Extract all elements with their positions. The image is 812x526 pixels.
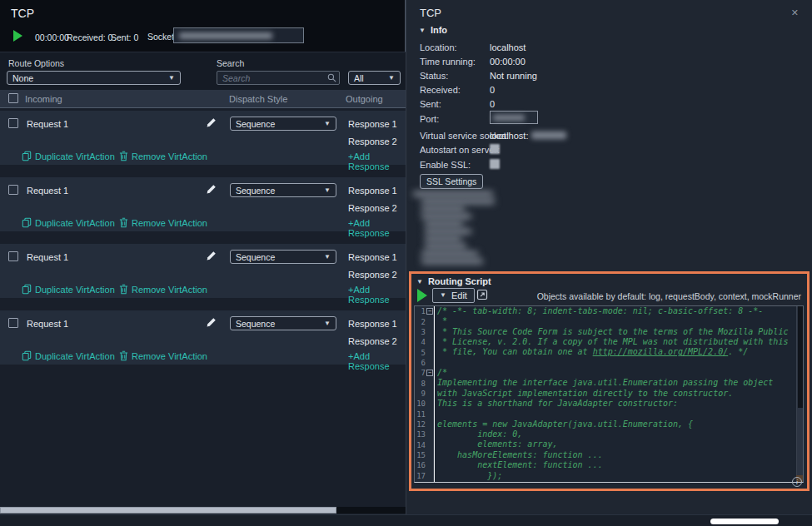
ssl-settings-button[interactable]: SSL Settings: [420, 174, 483, 189]
duplicate-label: Duplicate VirtAction: [35, 351, 115, 361]
response-link[interactable]: Response 2: [348, 136, 397, 146]
copy-icon: [22, 284, 32, 295]
edit-script-button[interactable]: ▼ Edit: [432, 288, 475, 303]
chevron-down-icon: ▼: [324, 254, 331, 261]
add-response-link[interactable]: +Add Response: [348, 218, 406, 238]
virtual-service-panel: TCP 00:00:00 Received: 0 Sent: 0 Socket:…: [0, 0, 406, 514]
column-incoming: Incoming: [25, 94, 62, 104]
service-title: TCP: [11, 7, 34, 20]
response-link[interactable]: Response 1: [348, 319, 397, 329]
edit-pencil-icon[interactable]: [206, 316, 217, 329]
editor-scrollbar[interactable]: [796, 306, 803, 482]
search-input[interactable]: [217, 71, 340, 85]
received-counter: Received: 0: [67, 32, 112, 42]
open-in-window-icon[interactable]: [476, 289, 488, 300]
collapse-triangle-icon: ▼: [416, 278, 423, 285]
trash-icon: [119, 217, 128, 228]
dispatch-style-select[interactable]: Sequence ▼: [230, 316, 336, 330]
remove-virtaction-link[interactable]: Remove VirtAction: [119, 284, 207, 295]
edit-pencil-icon[interactable]: [206, 250, 217, 262]
virtaction-row: Request 1 Sequence ▼ Response 1 Response…: [0, 111, 406, 165]
request-name[interactable]: Request 1: [27, 252, 68, 262]
autostart-checkbox[interactable]: [490, 144, 500, 154]
play-icon: [417, 289, 427, 302]
filters-bar: Route Options Search None ▼ All ▼: [0, 52, 406, 90]
close-icon[interactable]: ✕: [791, 7, 799, 18]
routing-script-header[interactable]: ▼Routing Script: [416, 276, 491, 286]
chevron-down-icon: ▼: [168, 75, 175, 82]
sent-value: 0: [490, 99, 495, 109]
duplicate-virtaction-link[interactable]: Duplicate VirtAction: [22, 151, 115, 161]
search-filter-select[interactable]: All ▼: [348, 71, 401, 85]
copy-icon: [22, 217, 32, 228]
blurred-socket-value: [179, 32, 272, 39]
row-checkbox[interactable]: [8, 185, 18, 195]
response-link[interactable]: Response 1: [348, 186, 397, 196]
bottom-scrollbar[interactable]: [0, 514, 812, 526]
trash-icon: [119, 151, 128, 161]
duplicate-label: Duplicate VirtAction: [35, 151, 115, 161]
routing-script-section: ▼Routing Script ▼ Edit Objects available…: [409, 271, 810, 491]
service-header: TCP 00:00:00 Received: 0 Sent: 0 Socket:: [0, 0, 406, 52]
search-field: [217, 71, 340, 85]
bottom-scrollbar-thumb[interactable]: [710, 519, 779, 524]
request-name[interactable]: Request 1: [27, 186, 68, 196]
virtaction-row: Request 1 Sequence ▼ Response 1 Response…: [0, 310, 406, 365]
row-checkbox[interactable]: [8, 318, 18, 328]
edit-pencil-icon[interactable]: [206, 183, 217, 196]
blurred-content-block: [413, 191, 505, 271]
route-options-select[interactable]: None ▼: [7, 71, 181, 85]
dispatch-style-select[interactable]: Sequence ▼: [230, 117, 336, 131]
left-horizontal-scrollbar[interactable]: [0, 507, 406, 514]
trash-icon: [119, 350, 128, 361]
duplicate-virtaction-link[interactable]: Duplicate VirtAction: [22, 350, 115, 361]
ssl-settings-label: SSL Settings: [426, 176, 476, 186]
remove-virtaction-link[interactable]: Remove VirtAction: [119, 217, 207, 228]
location-value: localhost: [490, 42, 526, 52]
add-response-link[interactable]: +Add Response: [348, 151, 406, 171]
socket-input[interactable]: [173, 27, 304, 43]
chevron-down-icon: ▼: [324, 187, 331, 194]
remove-virtaction-link[interactable]: Remove VirtAction: [119, 151, 207, 161]
add-response-link[interactable]: +Add Response: [348, 351, 406, 371]
edit-pencil-icon[interactable]: [206, 117, 217, 129]
duplicate-virtaction-link[interactable]: Duplicate VirtAction: [22, 217, 115, 228]
run-script-button[interactable]: [417, 289, 427, 304]
location-label: Location:: [420, 42, 457, 52]
virtaction-row: Request 1 Sequence ▼ Response 1 Response…: [0, 244, 406, 298]
response-link[interactable]: Response 2: [348, 336, 397, 346]
response-link[interactable]: Response 1: [348, 119, 397, 129]
select-all-checkbox[interactable]: [8, 93, 18, 103]
status-value: Not running: [490, 71, 537, 81]
info-icon[interactable]: i: [792, 477, 802, 487]
row-checkbox[interactable]: [8, 251, 18, 261]
dispatch-style-select[interactable]: Sequence ▼: [230, 183, 336, 197]
add-response-link[interactable]: +Add Response: [348, 285, 406, 305]
start-service-button[interactable]: [13, 30, 22, 43]
objects-available-note: Objects available by default: log, reque…: [537, 291, 801, 301]
editor-scrollbar-thumb[interactable]: [798, 306, 803, 408]
request-name[interactable]: Request 1: [27, 319, 68, 329]
response-link[interactable]: Response 2: [348, 270, 397, 280]
scrollbar-thumb[interactable]: [0, 507, 336, 514]
port-input[interactable]: [490, 111, 538, 124]
search-icon: [327, 73, 336, 82]
routing-script-label: Routing Script: [428, 276, 491, 286]
request-name[interactable]: Request 1: [27, 119, 68, 129]
enable-ssl-checkbox[interactable]: [490, 159, 500, 169]
remove-virtaction-link[interactable]: Remove VirtAction: [119, 350, 207, 361]
info-section-header[interactable]: ▼Info: [419, 25, 447, 35]
status-label: Status:: [420, 71, 448, 81]
duplicate-virtaction-link[interactable]: Duplicate VirtAction: [22, 284, 115, 295]
dispatch-style-select[interactable]: Sequence ▼: [230, 250, 336, 264]
row-checkbox[interactable]: [8, 118, 18, 128]
code-lines[interactable]: /* -*- tab-width: 8; indent-tabs-mode: n…: [434, 306, 803, 482]
dispatch-style-value: Sequence: [236, 252, 275, 262]
info-header-label: Info: [431, 25, 447, 35]
column-outgoing: Outgoing: [346, 94, 383, 104]
dispatch-style-value: Sequence: [236, 186, 275, 196]
chevron-down-icon: ▼: [324, 121, 331, 127]
response-link[interactable]: Response 1: [348, 252, 397, 262]
response-link[interactable]: Response 2: [348, 203, 397, 213]
script-editor[interactable]: 1−234567−891011121314151617 /* -*- tab-w…: [414, 305, 804, 483]
